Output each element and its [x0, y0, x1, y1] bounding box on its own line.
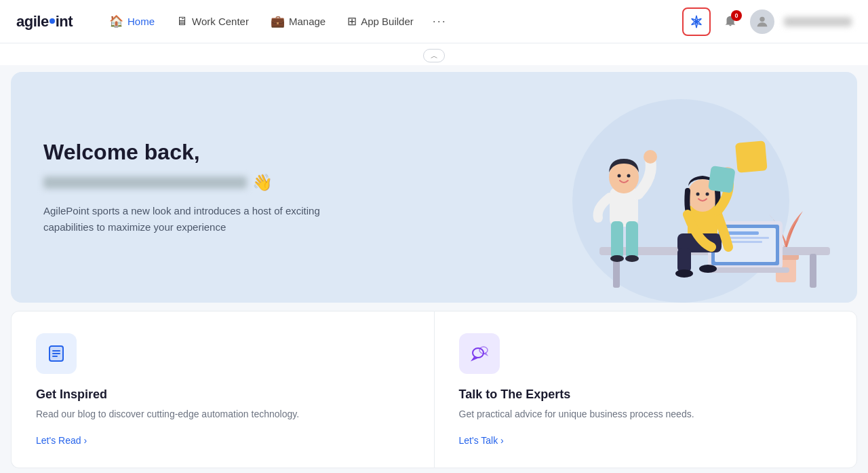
hero-title: Welcome back,: [43, 140, 328, 165]
chevron-up-icon: ︿: [431, 51, 438, 61]
sparkle-icon: [689, 14, 704, 29]
hero-illustration: [450, 72, 857, 303]
svg-point-23: [627, 174, 631, 178]
card-experts-desc: Get practical advice for unique business…: [459, 407, 833, 421]
svg-point-19: [625, 255, 639, 262]
svg-rect-33: [735, 140, 768, 173]
nav-links: 🏠 Home 🖥 Work Center 💼 Manage ⊞ App Buil…: [100, 9, 682, 34]
card-inspired-icon-wrap: [36, 333, 77, 374]
svg-point-28: [699, 265, 717, 273]
svg-point-31: [706, 193, 709, 196]
chat-bubbles-icon: [469, 343, 490, 364]
card-experts-title: Talk to The Experts: [459, 387, 833, 402]
wave-emoji: 👋: [252, 173, 273, 192]
nav-appbuilder[interactable]: ⊞ App Builder: [338, 9, 423, 34]
logo-text: agileint: [16, 13, 73, 31]
cards-row: Get Inspired Read our blog to discover c…: [11, 311, 857, 468]
hero-content: Welcome back, 👋 AgilePoint sports a new …: [43, 140, 328, 235]
svg-rect-16: [611, 221, 623, 259]
user-icon: [755, 14, 770, 29]
card-experts-link[interactable]: Let's Talk ›: [459, 435, 833, 446]
nav-manage-label: Manage: [289, 16, 326, 27]
illustration-svg: [477, 79, 830, 303]
notifications-button[interactable]: 0: [716, 7, 745, 36]
nav-appbuilder-label: App Builder: [361, 16, 414, 27]
card-experts-icon-wrap: [459, 333, 500, 374]
active-feature-button[interactable]: [682, 7, 711, 36]
svg-point-22: [618, 174, 621, 178]
welcome-text: Welcome back,: [43, 140, 200, 164]
card-talk-experts: Talk to The Experts Get practical advice…: [434, 311, 858, 468]
svg-point-27: [675, 269, 693, 278]
grid-icon: ⊞: [347, 14, 357, 29]
nav-workcenter-label: Work Center: [192, 16, 249, 27]
svg-point-1: [760, 16, 764, 21]
card-inspired-desc: Read our blog to discover cutting-edge a…: [36, 407, 410, 421]
nav-right: 0: [682, 7, 852, 36]
card-inspired-link[interactable]: Let's Read ›: [36, 435, 410, 446]
nav-manage[interactable]: 💼 Manage: [261, 9, 335, 34]
svg-rect-34: [708, 166, 736, 193]
svg-rect-37: [52, 350, 60, 352]
card-get-inspired: Get Inspired Read our blog to discover c…: [11, 311, 434, 468]
nav-home-label: Home: [127, 16, 155, 27]
navbar: agileint 🏠 Home 🖥 Work Center 💼 Manage ⊞…: [0, 0, 868, 43]
collapse-button[interactable]: ︿: [423, 49, 445, 62]
nav-home[interactable]: 🏠 Home: [100, 9, 164, 34]
username-display: [784, 17, 852, 26]
logo: agileint: [16, 13, 73, 31]
notification-badge: 0: [731, 10, 742, 21]
user-avatar[interactable]: [750, 10, 774, 34]
card-inspired-title: Get Inspired: [36, 387, 410, 402]
monitor-icon: 🖥: [176, 15, 188, 29]
nav-more[interactable]: ···: [426, 9, 454, 34]
hero-subtitle: AgilePoint sports a new look and introdu…: [43, 203, 328, 235]
nav-workcenter[interactable]: 🖥 Work Center: [167, 10, 258, 34]
collapse-bar: ︿: [0, 43, 868, 65]
svg-rect-26: [677, 248, 691, 272]
svg-rect-7: [810, 254, 816, 288]
svg-point-30: [696, 193, 700, 196]
svg-rect-38: [52, 353, 60, 354]
svg-point-21: [644, 150, 657, 164]
svg-point-18: [610, 255, 624, 262]
hero-banner: Welcome back, 👋 AgilePoint sports a new …: [11, 72, 857, 303]
svg-rect-39: [52, 356, 58, 357]
home-icon: 🏠: [109, 14, 123, 29]
svg-rect-17: [626, 221, 638, 259]
briefcase-icon: 💼: [271, 14, 285, 29]
hero-username-row: 👋: [43, 173, 328, 192]
username-blur: [43, 176, 247, 189]
document-lines-icon: [46, 343, 66, 364]
